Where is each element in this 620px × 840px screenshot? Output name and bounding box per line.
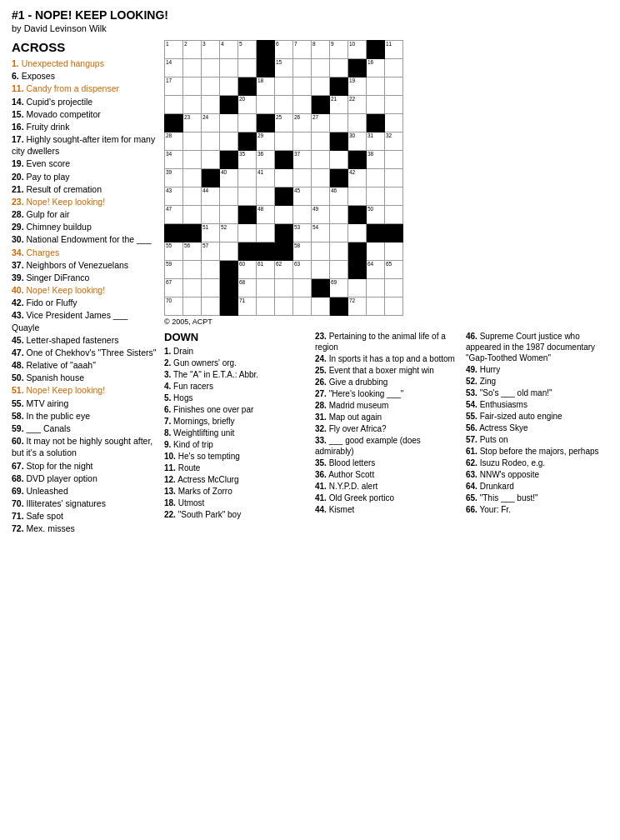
across-clue: 20. Pay to play: [12, 171, 158, 182]
col3-clue: 62. Isuzu Rodeo, e.g.: [466, 458, 608, 468]
cell-r4-c5: 20: [238, 96, 257, 114]
cell-num-44: 44: [202, 188, 208, 194]
cell-r2-c7: 15: [275, 59, 293, 78]
cell-num-71: 71: [239, 298, 245, 304]
col3-clue: 46. Supreme Court justice who appeared i…: [466, 331, 608, 363]
cell-r7-c9: [312, 151, 330, 169]
col2-clue: 23. Pertaining to the animal life of a r…: [315, 331, 458, 352]
cell-num-24: 24: [202, 115, 208, 121]
cell-num-47: 47: [166, 207, 172, 212]
cell-r11-c1: [165, 224, 183, 242]
cell-r4-c11: 22: [348, 96, 367, 114]
cell-r7-c8: 37: [293, 151, 312, 169]
cell-r14-c10: 69: [330, 279, 348, 298]
cell-r3-c7: [275, 78, 293, 96]
col3-clue: 55. Fair-sized auto engine: [466, 411, 608, 422]
cell-r15-c11: 72: [348, 298, 367, 316]
cell-num-40: 40: [221, 170, 227, 176]
col2-clue: 41. Old Greek portico: [315, 492, 458, 503]
cell-r14-c7: [275, 279, 293, 298]
cell-r3-c4: [220, 78, 238, 96]
cell-r12-c11: [348, 242, 367, 261]
cell-r3-c10: [330, 78, 348, 96]
cell-r5-c4: [220, 114, 238, 132]
cell-r8-c10: [330, 169, 348, 188]
cell-r2-c13: [385, 59, 403, 78]
col3-clue: 53. "So's ___ old man!": [466, 388, 608, 398]
cell-num-26: 26: [294, 115, 300, 121]
col3-clue: 56. Actress Skye: [466, 422, 608, 433]
across-clue: 19. Even score: [12, 158, 158, 169]
cell-r1-c5: 5: [238, 41, 257, 59]
cell-num-70: 70: [166, 298, 172, 304]
cell-r8-c2: [183, 169, 202, 188]
col3-clue: 61. Stop before the majors, perhaps: [466, 446, 608, 457]
cell-r2-c10: [330, 59, 348, 78]
cell-num-29: 29: [258, 133, 263, 139]
cell-r1-c9: 8: [312, 41, 330, 59]
cell-r1-c12: [367, 41, 385, 59]
cell-r2-c2: [183, 59, 202, 78]
cell-r14-c11: [348, 279, 367, 298]
across-clue-list: 1. Unexpected hangups6. Exposes11. Candy…: [12, 58, 158, 535]
cell-r15-c12: [367, 298, 385, 316]
down-clue: 6. Finishes one over par: [164, 404, 307, 415]
across-clue: 34. Charges: [12, 247, 158, 258]
cell-r5-c7: 25: [275, 114, 293, 132]
cell-r10-c11: [348, 206, 367, 224]
cell-r4-c10: 21: [330, 96, 348, 114]
cell-r13-c8: 63: [293, 261, 312, 279]
cell-r9-c4: [220, 188, 238, 206]
cell-r11-c10: [330, 224, 348, 242]
cell-r5-c3: 24: [202, 114, 220, 132]
crossword-grid: 1234567891011141516171819202122232425262…: [164, 40, 403, 316]
cell-r2-c4: [220, 59, 238, 78]
cell-r15-c13: [385, 298, 403, 316]
col3-clue: 64. Drunkard: [466, 481, 608, 492]
col2-clue: 44. Kismet: [315, 504, 458, 515]
cell-r5-c10: [330, 114, 348, 132]
puzzle-title: #1 - NOPE! KEEP LOOKING!: [12, 8, 608, 22]
cell-r2-c9: [312, 59, 330, 78]
cell-r3-c13: [385, 78, 403, 96]
cell-r12-c8: 58: [293, 242, 312, 261]
down-clue-col: DOWN 1. Drain2. Gun owners' org.3. The "…: [164, 331, 307, 521]
down-clue: 12. Actress McClurg: [164, 474, 307, 485]
col3-clue: 66. Your: Fr.: [466, 504, 608, 515]
cell-r7-c13: [385, 151, 403, 169]
across-clue: 37. Neighbors of Venezuelans: [12, 259, 158, 271]
cell-r8-c5: [238, 169, 257, 188]
cell-r3-c11: 19: [348, 78, 367, 96]
cell-r12-c12: [367, 242, 385, 261]
cell-num-39: 39: [166, 170, 172, 176]
cell-num-55: 55: [166, 243, 172, 249]
cell-num-59: 59: [166, 262, 172, 268]
cell-num-6: 6: [276, 42, 279, 48]
cell-r9-c3: 44: [202, 188, 220, 206]
cell-r8-c4: 40: [220, 169, 238, 188]
cell-r2-c11: [348, 59, 367, 78]
cell-r4-c4: [220, 96, 238, 114]
cell-num-53: 53: [294, 225, 300, 231]
cell-r11-c7: [275, 224, 293, 242]
cell-r8-c12: [367, 169, 385, 188]
cell-r8-c3: [202, 169, 220, 188]
cell-r11-c5: [238, 224, 257, 242]
cell-r10-c2: [183, 206, 202, 224]
across-clue: 70. Illiterates' signatures: [12, 498, 158, 509]
across-clue: 42. Fido or Fluffy: [12, 297, 158, 308]
cell-r4-c7: [275, 96, 293, 114]
across-clue: 45. Letter-shaped fasteners: [12, 334, 158, 346]
cell-r7-c3: [202, 151, 220, 169]
cell-num-64: 64: [368, 262, 373, 268]
cell-r3-c2: [183, 78, 202, 96]
cell-r1-c6: [257, 41, 275, 59]
cell-r7-c10: [330, 151, 348, 169]
clues-col2-list: 23. Pertaining to the animal life of a r…: [315, 331, 458, 515]
cell-r11-c3: 51: [202, 224, 220, 242]
across-clue: 71. Safe spot: [12, 510, 158, 522]
cell-r6-c4: [220, 132, 238, 151]
cell-r1-c2: 2: [183, 41, 202, 59]
down-clue: 3. The "A" in E.T.A.: Abbr.: [164, 369, 307, 380]
clues-col2: 23. Pertaining to the animal life of a r…: [315, 331, 458, 521]
